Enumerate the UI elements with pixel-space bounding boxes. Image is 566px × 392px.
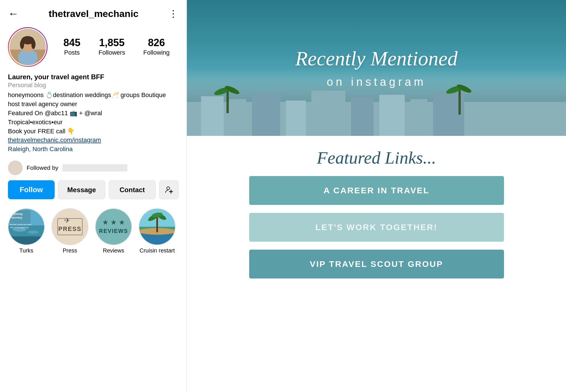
svg-rect-46 xyxy=(410,99,427,136)
posts-count: 845 xyxy=(63,38,80,48)
profile-info-row: 845 Posts 1,855 Followers 826 Following xyxy=(0,24,187,72)
svg-text:PRESS: PRESS xyxy=(58,226,82,232)
svg-rect-40 xyxy=(229,99,246,136)
right-panel: Recently Mentioned on instagram Featured… xyxy=(187,0,566,392)
recently-mentioned-title: Recently Mentioned xyxy=(295,48,458,70)
highlight-reviews-label: Reviews xyxy=(103,247,124,254)
svg-rect-43 xyxy=(311,91,345,136)
contact-button[interactable]: Contact xyxy=(109,180,156,199)
followed-by-row: Followed by xyxy=(0,158,187,178)
more-options-button[interactable]: ⋮ xyxy=(168,8,179,19)
following-label: Following xyxy=(143,49,170,56)
followers-label: Followers xyxy=(99,49,125,56)
stat-followers[interactable]: 1,855 Followers xyxy=(99,38,125,56)
svg-text:Lightning: Lightning xyxy=(11,213,23,216)
highlight-cruisin-circle: Um... xyxy=(139,208,176,245)
back-button[interactable]: ← xyxy=(8,8,19,19)
svg-text:✈: ✈ xyxy=(64,216,71,225)
bio-location: Raleigh, North Carolina xyxy=(8,145,73,153)
username-label: thetravel_mechanic xyxy=(19,8,168,19)
highlight-reviews[interactable]: ★ ★ ★ REVIEWS Reviews xyxy=(95,208,132,254)
featured-links-section: Featured Links... A CAREER IN TRAVEL LET… xyxy=(187,136,566,392)
followers-count: 1,855 xyxy=(99,38,125,48)
bio-line5: Book your FREE call 👇 xyxy=(8,128,75,135)
svg-rect-39 xyxy=(201,96,224,136)
posts-label: Posts xyxy=(64,49,80,56)
highlight-press[interactable]: ✈ PRESS Press xyxy=(52,208,88,254)
svg-text:Um...: Um... xyxy=(142,211,149,214)
add-friend-button[interactable] xyxy=(159,180,179,199)
svg-rect-26 xyxy=(96,209,131,245)
bio-text: honeymoons 💍destination weddings🥂 groups… xyxy=(8,91,179,154)
instagram-profile-panel: ← thetravel_mechanic ⋮ xyxy=(0,0,187,392)
highlight-turks-label: Turks xyxy=(19,247,33,254)
followed-by-names xyxy=(62,164,127,172)
stats-container: 845 Posts 1,855 Followers 826 Following xyxy=(54,38,179,56)
bio-line4: Tropical•exotics•eur xyxy=(8,119,63,126)
vip-travel-scout-button[interactable]: VIP TRAVEL SCOUT GROUP xyxy=(249,250,504,279)
profile-header: ← thetravel_mechanic ⋮ xyxy=(0,0,187,24)
followed-by-label: Followed by xyxy=(27,164,58,171)
highlight-cruisin-label: Cruisin restart xyxy=(140,247,175,254)
bio-name: Lauren, your travel agent BFF xyxy=(8,73,179,81)
svg-rect-33 xyxy=(156,217,158,232)
action-buttons-row: Follow Message Contact xyxy=(0,178,187,204)
highlight-turks-circle: Lightning Storming Not the 3 words you w… xyxy=(8,208,45,245)
avatar[interactable] xyxy=(8,27,48,67)
bio-link[interactable]: thetravelmechanic.com/instagram xyxy=(8,136,101,143)
on-instagram-label: on instagram xyxy=(295,76,458,88)
recently-mentioned-section: Recently Mentioned on instagram xyxy=(187,0,566,136)
svg-rect-41 xyxy=(252,93,280,136)
svg-text:Not the 3 words you want: Not the 3 words you want xyxy=(10,224,31,226)
svg-rect-45 xyxy=(379,95,405,136)
highlight-reviews-circle: ★ ★ ★ REVIEWS xyxy=(95,208,132,245)
svg-point-7 xyxy=(20,40,24,49)
svg-rect-14 xyxy=(8,236,44,245)
svg-rect-48 xyxy=(227,91,229,113)
stat-posts[interactable]: 845 Posts xyxy=(63,38,80,56)
svg-text:REVIEWS: REVIEWS xyxy=(99,228,128,234)
bio-category: Personal blog xyxy=(8,82,179,89)
svg-text:★ ★ ★: ★ ★ ★ xyxy=(102,218,125,226)
bio-line3: Featured On @abc11 📺 + @wral xyxy=(8,110,102,117)
svg-rect-44 xyxy=(351,98,374,136)
bio-line2: host travel agency owner xyxy=(8,100,77,108)
svg-point-9 xyxy=(167,187,170,190)
bio-line1: honeymoons 💍destination weddings🥂 groups… xyxy=(8,91,166,98)
followed-by-avatar xyxy=(8,160,23,175)
highlight-press-label: Press xyxy=(63,247,77,254)
svg-text:Storming: Storming xyxy=(11,216,22,219)
message-button[interactable]: Message xyxy=(58,180,105,199)
svg-point-16 xyxy=(28,231,39,234)
svg-rect-42 xyxy=(286,100,306,136)
highlights-row: Lightning Storming Not the 3 words you w… xyxy=(0,204,187,256)
career-in-travel-button[interactable]: A CAREER IN TRAVEL xyxy=(249,176,504,205)
highlight-press-circle: ✈ PRESS xyxy=(52,208,88,245)
lets-work-together-button[interactable]: LET'S WORK TOGETHER! xyxy=(249,213,504,242)
bio-section: Lauren, your travel agent BFF Personal b… xyxy=(0,72,187,158)
featured-links-title: Featured Links... xyxy=(317,147,436,168)
stat-following[interactable]: 826 Following xyxy=(143,38,170,56)
highlight-turks[interactable]: Lightning Storming Not the 3 words you w… xyxy=(8,208,45,254)
svg-point-8 xyxy=(31,40,36,49)
highlight-cruisin[interactable]: Um... Cruisin restart xyxy=(139,208,176,254)
svg-text:Near at the beginning...: Near at the beginning... xyxy=(10,226,30,229)
following-count: 826 xyxy=(148,38,165,48)
svg-rect-51 xyxy=(458,89,461,115)
follow-button[interactable]: Follow xyxy=(8,180,55,199)
